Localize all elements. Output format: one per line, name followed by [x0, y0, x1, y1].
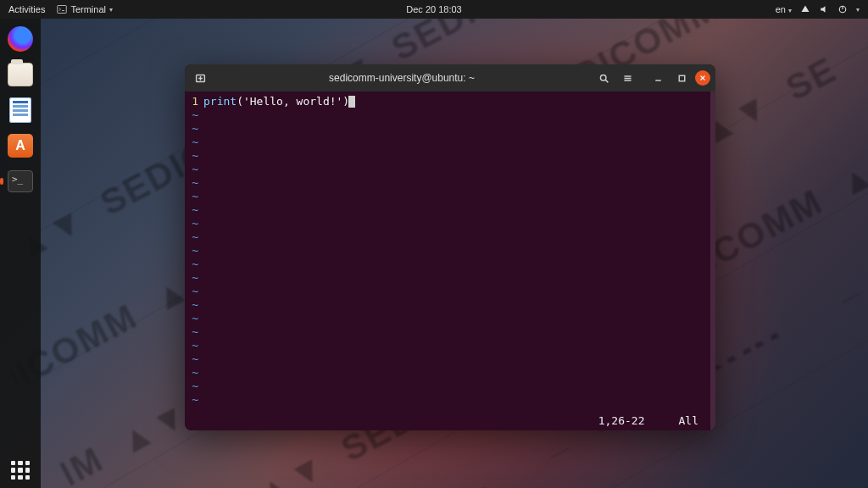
- editor-empty-line: ~: [185, 108, 710, 122]
- tilde-marker: ~: [185, 217, 203, 230]
- code-content: print('Hello, world!'): [203, 95, 355, 108]
- tilde-marker: ~: [185, 203, 203, 217]
- editor-empty-line: ~: [185, 149, 710, 163]
- svg-point-6: [600, 75, 606, 80]
- editor-empty-line: ~: [185, 163, 710, 176]
- software-store-icon: [8, 134, 33, 158]
- tilde-marker: ~: [185, 230, 203, 244]
- tilde-marker: ~: [185, 190, 203, 203]
- vim-status-line: 1,26-22 All: [185, 414, 707, 427]
- svg-rect-12: [679, 75, 685, 81]
- power-icon[interactable]: [837, 4, 848, 14]
- document-icon: [9, 97, 31, 123]
- tilde-marker: ~: [185, 285, 203, 298]
- editor-empty-line: ~: [185, 366, 710, 380]
- close-button[interactable]: [695, 70, 710, 86]
- close-icon: [698, 74, 707, 82]
- apps-grid-icon: [11, 461, 30, 480]
- tilde-marker: ~: [185, 366, 203, 380]
- tilde-marker: ~: [185, 352, 203, 366]
- editor-empty-line: ~: [185, 203, 710, 217]
- editor-empty-line: ~: [185, 325, 710, 339]
- code-keyword: print: [203, 95, 236, 108]
- editor-empty-line: ~: [185, 352, 710, 366]
- tilde-marker: ~: [185, 258, 203, 271]
- terminal-scrollbar[interactable]: [710, 92, 715, 430]
- editor-empty-line: ~: [185, 176, 710, 190]
- tilde-marker: ~: [185, 393, 203, 407]
- tilde-marker: ~: [185, 298, 203, 312]
- dock-app-software[interactable]: [5, 130, 36, 161]
- tilde-marker: ~: [185, 122, 203, 136]
- activities-button[interactable]: Activities: [8, 4, 45, 14]
- editor-empty-line: ~: [185, 339, 710, 352]
- terminal-title: sedicomm-university@ubuntu: ~: [214, 72, 590, 84]
- firefox-icon: [8, 26, 33, 52]
- network-icon[interactable]: [800, 4, 810, 14]
- maximize-icon: [676, 73, 687, 84]
- minimize-icon: [653, 73, 664, 84]
- tilde-marker: ~: [185, 136, 203, 149]
- editor-empty-line: ~: [185, 380, 710, 393]
- terminal-titlebar[interactable]: sedicomm-university@ubuntu: ~: [185, 64, 715, 92]
- new-tab-icon: [195, 73, 206, 84]
- vim-cursor-position: 1,26-22: [598, 414, 645, 427]
- tilde-marker: ~: [185, 149, 203, 163]
- dock: [0, 19, 41, 488]
- dock-app-terminal[interactable]: [5, 166, 36, 197]
- tilde-marker: ~: [185, 380, 203, 393]
- editor-empty-line: ~: [185, 244, 710, 258]
- terminal-body[interactable]: 1 print('Hello, world!') ~~~~~~~~~~~~~~~…: [185, 92, 715, 430]
- editor-empty-line: ~: [185, 312, 710, 325]
- terminal-window: sedicomm-university@ubuntu: ~ 1 print('H…: [185, 64, 715, 430]
- editor-empty-line: ~: [185, 217, 710, 230]
- volume-icon[interactable]: [819, 4, 829, 14]
- app-menu[interactable]: Terminal ▾: [57, 4, 113, 14]
- editor-empty-line: ~: [185, 258, 710, 271]
- editor-empty-line: ~: [185, 230, 710, 244]
- dock-app-files[interactable]: [5, 59, 36, 90]
- new-tab-button[interactable]: [190, 68, 210, 88]
- hamburger-menu-button[interactable]: [617, 68, 637, 88]
- editor-empty-line: ~: [185, 122, 710, 136]
- editor-empty-line: ~: [185, 298, 710, 312]
- tilde-marker: ~: [185, 244, 203, 258]
- editor-empty-line: ~: [185, 393, 710, 407]
- chevron-down-icon: ▾: [109, 6, 113, 14]
- editor-empty-line: ~: [185, 285, 710, 298]
- minimize-button[interactable]: [648, 68, 668, 88]
- input-source-indicator[interactable]: en ▾: [776, 4, 792, 14]
- tilde-marker: ~: [185, 312, 203, 325]
- text-cursor: [348, 96, 355, 108]
- maximize-button[interactable]: [671, 68, 692, 88]
- svg-rect-0: [58, 6, 67, 14]
- show-applications-button[interactable]: [0, 461, 41, 480]
- code-string: ('Hello, world!'): [236, 95, 349, 108]
- svg-line-7: [605, 80, 608, 82]
- app-menu-label: Terminal: [70, 4, 106, 14]
- vim-scroll-percent: All: [679, 414, 698, 427]
- files-icon: [8, 63, 33, 86]
- editor-empty-line: ~: [185, 190, 710, 203]
- tilde-marker: ~: [185, 271, 203, 285]
- line-number: 1: [185, 95, 203, 108]
- search-icon: [598, 73, 609, 84]
- editor-empty-line: ~: [185, 271, 710, 285]
- terminal-icon: [57, 4, 67, 14]
- terminal-app-icon: [8, 170, 33, 192]
- tilde-marker: ~: [185, 339, 203, 352]
- gnome-topbar: Activities Terminal ▾ Dec 20 18:03 en ▾ …: [0, 0, 868, 19]
- search-button[interactable]: [593, 68, 614, 88]
- tilde-marker: ~: [185, 108, 203, 122]
- dock-app-writer[interactable]: [5, 95, 36, 125]
- dock-app-firefox[interactable]: [5, 24, 36, 54]
- tilde-marker: ~: [185, 163, 203, 176]
- system-menu-chevron-icon[interactable]: ▾: [856, 6, 860, 14]
- clock[interactable]: Dec 20 18:03: [0, 4, 868, 14]
- editor-line-1: 1 print('Hello, world!'): [185, 95, 710, 108]
- hamburger-icon: [622, 73, 633, 84]
- editor-empty-line: ~: [185, 136, 710, 149]
- tilde-marker: ~: [185, 176, 203, 190]
- tilde-marker: ~: [185, 325, 203, 339]
